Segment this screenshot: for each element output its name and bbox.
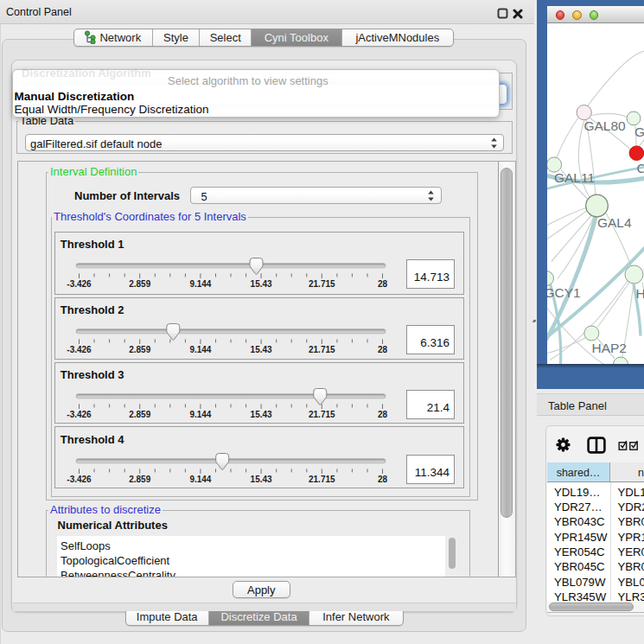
svg-text:HAP2: HAP2: [592, 340, 627, 354]
svg-text:CYC1: CYC1: [636, 160, 644, 175]
svg-text:GCY1: GCY1: [547, 285, 581, 300]
svg-text:GAL4: GAL4: [597, 215, 632, 230]
svg-text:GAL80: GAL80: [634, 124, 644, 139]
svg-text:GAL11: GAL11: [554, 169, 595, 184]
svg-text:HIS4: HIS4: [635, 285, 644, 300]
svg-text:GAL80: GAL80: [584, 118, 626, 132]
